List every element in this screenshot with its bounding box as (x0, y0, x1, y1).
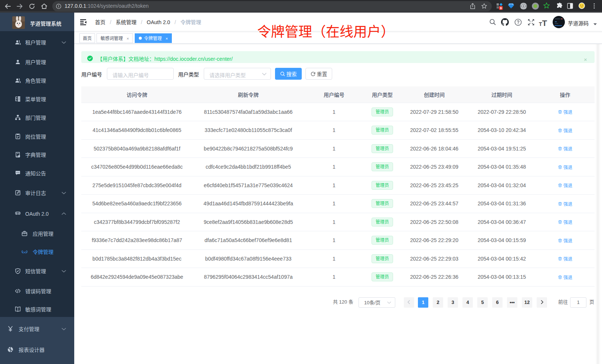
svg-text:9: 9 (500, 6, 502, 10)
svg-text:(a): (a) (23, 249, 26, 254)
